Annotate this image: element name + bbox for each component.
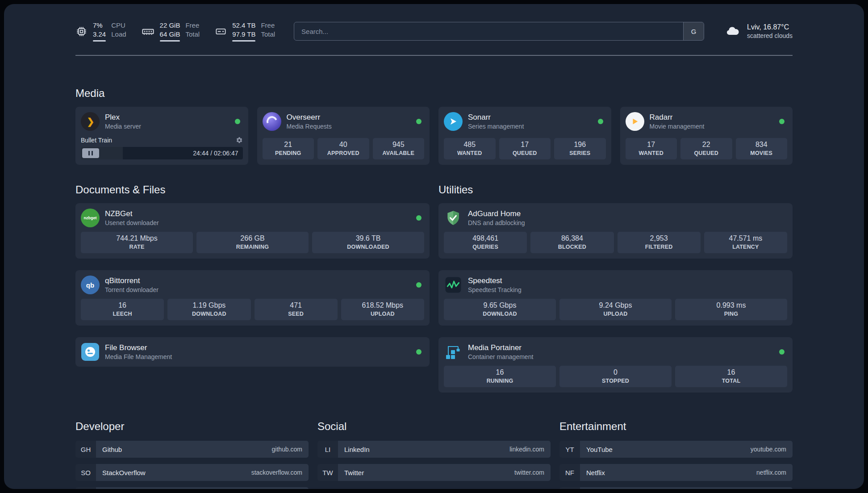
section-title-media: Media <box>75 87 793 100</box>
radarr-service-link[interactable]: Radarr Movie management <box>626 112 788 131</box>
status-dot-online <box>598 119 603 124</box>
stat-tile: 618.52 Mbps UPLOAD <box>341 299 424 320</box>
cloud-icon <box>723 24 742 38</box>
sonarr-service-link[interactable]: Sonarr Series management <box>444 112 606 131</box>
stat-value: 266 GB <box>198 234 307 242</box>
bookmark-bar: LinkedIn linkedin.com <box>338 441 551 458</box>
card-nzbget: nzbget NZBGet Usenet downloader 744.21 M… <box>75 203 430 259</box>
now-playing-title: Bullet Train <box>81 137 112 144</box>
status-dot-online <box>416 282 421 288</box>
weather-text: Lviv, 16.87°C scattered clouds <box>747 23 793 39</box>
search-input[interactable] <box>294 22 683 40</box>
service-name: Speedtest <box>468 276 522 285</box>
overseerr-service-link[interactable]: Overseerr Media Requests <box>263 112 425 131</box>
bookmark-name: Github <box>102 446 122 453</box>
section-utilities: Utilities AdGuard Home <box>438 184 793 393</box>
bookmark-twitter[interactable]: TW Twitter twitter.com <box>317 464 551 481</box>
stat-value: 17 <box>501 141 549 149</box>
bookmark-github[interactable]: GH Github github.com <box>75 441 309 458</box>
search-provider-button[interactable]: G <box>683 22 704 40</box>
disk-widget: 52.4 TB 97.9 TB Free Total <box>215 21 275 42</box>
memory-meter <box>160 40 180 42</box>
memory-sublabel: Total <box>185 30 200 39</box>
bookmark-domain: netflix.com <box>756 469 786 476</box>
service-name: qBittorrent <box>105 276 159 285</box>
stat-value: 0.993 ms <box>677 301 785 309</box>
status-dot-online <box>779 349 785 355</box>
card-radarr: Radarr Movie management 17 WANTED 22 QUE… <box>620 107 793 165</box>
bookmark-youtube[interactable]: YT YouTube youtube.com <box>559 441 793 458</box>
stat-value: 16 <box>446 368 554 376</box>
media-card-grid: ❯ Plex Media server Bullet Train <box>75 107 793 165</box>
qbittorrent-service-link[interactable]: qb qBittorrent Torrent downloader <box>81 276 424 294</box>
filebrowser-service-link[interactable]: File Browser Media File Management <box>81 343 424 361</box>
service-name: Plex <box>105 113 141 122</box>
bookmark-dev[interactable]: DT DEV dev.to <box>75 487 309 489</box>
bookmark-netflix[interactable]: NF Netflix netflix.com <box>559 464 793 481</box>
bookmark-stackoverflow[interactable]: SO StackOverflow stackoverflow.com <box>75 464 309 481</box>
cpu-meter <box>93 40 106 42</box>
bookmark-abbr: YT <box>559 441 580 458</box>
pause-button[interactable] <box>82 148 99 158</box>
speedtest-service-link[interactable]: Speedtest Speedtest Tracking <box>444 276 787 294</box>
stat-tile: 2,953 FILTERED <box>618 232 701 253</box>
search-bar[interactable]: G <box>294 22 704 41</box>
stat-tile: 17 WANTED <box>626 138 677 159</box>
speedtest-meta: Speedtest Speedtest Tracking <box>468 276 522 293</box>
section-title-social: Social <box>317 420 551 433</box>
disk-labels: Free Total <box>261 21 275 42</box>
nzbget-service-link[interactable]: nzbget NZBGet Usenet downloader <box>81 209 424 227</box>
bookmark-name: Netflix <box>586 469 605 476</box>
stat-value: 945 <box>375 141 423 149</box>
bookmark-list: YT YouTube youtube.com NF Netflix netfli… <box>559 441 793 489</box>
topbar: 7% 3.24 CPU Load 22 GiB <box>75 21 793 42</box>
stat-tile: 196 SERIES <box>554 138 606 159</box>
service-name: AdGuard Home <box>468 209 525 218</box>
dashboard: 7% 3.24 CPU Load 22 GiB <box>4 4 864 489</box>
stat-tile: 834 MOVIES <box>736 138 788 159</box>
disk-free-value: 52.4 TB <box>232 21 255 30</box>
stat-label: QUERIES <box>446 244 525 250</box>
bookmark-linkedin[interactable]: LI LinkedIn linkedin.com <box>317 441 551 458</box>
adguard-stats: 498,461 QUERIES 86,384 BLOCKED 2,953 FIL… <box>444 232 787 253</box>
cpu-usage-value: 7% <box>93 21 106 30</box>
stat-tile: 9.65 Gbps DOWNLOAD <box>444 299 556 320</box>
bookmark-reddit[interactable]: RE Reddit reddit.com <box>559 487 793 489</box>
memory-icon <box>142 25 154 38</box>
plex-service-link[interactable]: ❯ Plex Media server <box>81 112 243 131</box>
card-sonarr: Sonarr Series management 485 WANTED 17 Q… <box>438 107 611 165</box>
adguard-service-link[interactable]: AdGuard Home DNS and adblocking <box>444 209 787 227</box>
card-filebrowser: File Browser Media File Management <box>75 337 430 367</box>
stat-tile: 21 PENDING <box>263 138 314 159</box>
section-media: Media ❯ Plex Media server Bullet Train <box>75 87 793 165</box>
stat-label: RUNNING <box>446 378 554 384</box>
bookmark-domain: linkedin.com <box>509 446 544 453</box>
nzbget-stats: 744.21 Mbps RATE 266 GB REMAINING 39.6 T… <box>81 232 424 253</box>
nzbget-meta: NZBGet Usenet downloader <box>105 209 159 226</box>
stat-tile: 744.21 Mbps RATE <box>81 232 193 253</box>
card-overseerr: Overseerr Media Requests 21 PENDING 40 A… <box>257 107 430 165</box>
stat-tile: 16 RUNNING <box>444 366 556 387</box>
stat-value: 17 <box>627 141 676 149</box>
stat-tile: 40 APPROVED <box>317 138 369 159</box>
service-description: Speedtest Tracking <box>468 286 522 293</box>
service-name: Sonarr <box>468 113 524 122</box>
topbar-divider <box>75 55 793 56</box>
stat-value: 0 <box>561 368 670 376</box>
service-name: File Browser <box>105 343 172 352</box>
service-name: Media Portainer <box>468 343 533 352</box>
section-documents: Documents & Files nzbget NZBGet Usenet d… <box>75 184 430 393</box>
stat-tile: 16 LEECH <box>81 299 164 320</box>
player-settings-gear-icon[interactable] <box>236 137 243 144</box>
radarr-meta: Radarr Movie management <box>650 113 705 130</box>
stat-value: 16 <box>677 368 785 376</box>
playback-progress-bar[interactable]: 24:44 / 02:06:47 <box>81 147 243 159</box>
portainer-service-link[interactable]: Media Portainer Container management <box>444 343 787 361</box>
service-description: DNS and adblocking <box>468 219 525 226</box>
stat-label: UPLOAD <box>561 311 670 317</box>
disk-sublabel: Total <box>261 30 275 39</box>
weather-widget: Lviv, 16.87°C scattered clouds <box>723 23 793 39</box>
nzbget-icon-text: nzbget <box>84 216 97 220</box>
qbittorrent-icon-text: qb <box>86 281 94 289</box>
stat-label: DOWNLOAD <box>446 311 554 317</box>
